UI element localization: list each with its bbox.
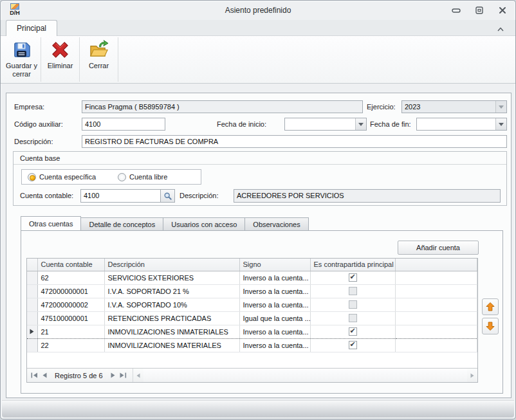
cell-filler: [395, 271, 477, 284]
move-row-up-button[interactable]: [482, 298, 499, 315]
cell-signo[interactable]: Inverso a la cuenta...: [239, 271, 310, 284]
cuenta-contable-input[interactable]: 4100: [80, 189, 161, 203]
move-row-down-button[interactable]: [482, 318, 499, 334]
cell-signo[interactable]: Inverso a la cuenta...: [239, 325, 310, 338]
cell-cuenta-contable[interactable]: 472000000002: [37, 298, 104, 311]
cuentas-grid: Cuenta contable Descripción Signo Es con…: [26, 258, 478, 383]
cell-descripcion[interactable]: I.V.A. SOPORTADO 10%: [104, 298, 239, 311]
prev-record-button[interactable]: [39, 370, 50, 381]
contrapartida-checkbox[interactable]: [349, 287, 357, 295]
ribbon-separator: [118, 37, 118, 82]
cell-descripcion[interactable]: I.V.A. SOPORTADO 21 %: [104, 284, 239, 298]
contrapartida-checkbox[interactable]: [349, 300, 357, 309]
arrow-up-icon: [485, 302, 495, 312]
cell-descripcion[interactable]: INMOVILIZACIONES MATERIALES: [104, 338, 239, 352]
guardar-y-cerrar-button[interactable]: Guardar y cerrar: [3, 36, 41, 83]
col-descripcion[interactable]: Descripción: [104, 259, 239, 271]
minimize-button[interactable]: [450, 5, 463, 15]
cell-signo[interactable]: Igual que la cuenta ...: [239, 311, 310, 325]
fecha-inicio-value: [285, 118, 355, 130]
contrapartida-checkbox[interactable]: [349, 327, 357, 336]
cell-signo[interactable]: Inverso a la cuenta...: [239, 298, 310, 311]
eliminar-button[interactable]: Eliminar: [41, 36, 79, 83]
anadir-cuenta-button[interactable]: Añadir cuenta: [398, 241, 479, 255]
cell-cuenta-contable[interactable]: 472000000001: [37, 284, 104, 298]
col-filler: [395, 259, 477, 271]
contrapartida-checkbox[interactable]: [349, 341, 357, 349]
table-row[interactable]: 475100000001 RETENCIONES PRACTICADAS Igu…: [27, 311, 477, 325]
maximize-button[interactable]: [473, 5, 486, 15]
close-icon: [499, 6, 506, 14]
tab-otras-cuentas[interactable]: Otras cuentas: [21, 216, 81, 231]
last-record-button[interactable]: [118, 370, 129, 381]
descripcion-input[interactable]: REGISTRO DE FACTURAS DE COMPRA: [82, 135, 507, 148]
grid-body: 62 SERVICIOS EXTERIORES Inverso a la cue…: [27, 271, 477, 352]
close-button[interactable]: [496, 5, 509, 15]
contrapartida-checkbox[interactable]: [349, 273, 357, 282]
table-row[interactable]: 62 SERVICIOS EXTERIORES Inverso a la cue…: [27, 271, 477, 284]
cell-es-contrapartida: [310, 338, 395, 352]
collapse-ribbon-button[interactable]: [496, 24, 506, 33]
first-record-icon: [31, 372, 38, 378]
col-es-contrapartida[interactable]: Es contrapartida principal: [310, 259, 395, 271]
fecha-fin-combo[interactable]: [416, 118, 507, 131]
cell-es-contrapartida: [310, 298, 395, 311]
cell-signo[interactable]: Inverso a la cuenta...: [239, 338, 310, 352]
radio-cuenta-especifica-label: Cuenta específica: [39, 173, 96, 181]
cell-cuenta-contable[interactable]: 22: [37, 338, 104, 352]
save-icon: [12, 40, 32, 60]
col-cuenta-contable[interactable]: Cuenta contable: [37, 259, 104, 271]
chevron-down-icon: [499, 105, 504, 109]
tab-detalle-de-conceptos[interactable]: Detalle de conceptos: [81, 217, 163, 231]
scroll-right-button[interactable]: [467, 369, 477, 382]
cell-cuenta-contable[interactable]: 21: [37, 325, 104, 338]
fecha-fin-dropdown-button[interactable]: [495, 118, 506, 130]
tab-observaciones[interactable]: Observaciones: [245, 217, 308, 231]
ribbon-tab-principal[interactable]: Principal: [6, 20, 57, 36]
table-row[interactable]: 22 INMOVILIZACIONES MATERIALES Inverso a…: [27, 338, 477, 352]
table-row[interactable]: 472000000001 I.V.A. SOPORTADO 21 % Inver…: [27, 284, 477, 298]
ejercicio-combo[interactable]: 2023: [401, 100, 507, 113]
guardar-y-cerrar-label: Guardar y cerrar: [4, 62, 40, 78]
scrollbar-track[interactable]: [143, 369, 467, 382]
horizontal-scrollbar[interactable]: [133, 369, 477, 382]
row-indicator-cell: [27, 284, 37, 298]
cell-filler: [395, 325, 477, 338]
fecha-inicio-dropdown-button[interactable]: [355, 118, 366, 130]
ejercicio-dropdown-button[interactable]: [495, 101, 506, 113]
col-signo[interactable]: Signo: [239, 259, 310, 271]
radio-cuenta-libre[interactable]: Cuenta libre: [118, 173, 167, 181]
empresa-field: Fincas Pragma ( B58959784 ): [82, 100, 363, 113]
cerrar-button[interactable]: Cerrar: [80, 36, 118, 83]
main-form: Empresa: Fincas Pragma ( B58959784 ) Eje…: [6, 93, 511, 398]
codigo-auxiliar-input[interactable]: 4100: [82, 118, 165, 131]
window-title: Asiento predefinido: [1, 6, 515, 15]
next-record-button[interactable]: [108, 370, 118, 381]
scroll-right-icon: [470, 373, 474, 378]
cell-descripcion[interactable]: INMOVILIZACIONES INMATERIALES: [104, 325, 239, 338]
table-row[interactable]: 21 INMOVILIZACIONES INMATERIALES Inverso…: [27, 325, 477, 338]
fecha-inicio-combo[interactable]: [284, 118, 367, 131]
table-row[interactable]: 472000000002 I.V.A. SOPORTADO 10% Invers…: [27, 298, 477, 311]
arrow-down-icon: [485, 321, 495, 331]
radio-cuenta-especifica[interactable]: Cuenta específica: [28, 173, 96, 181]
tab-usuarios-con-acceso[interactable]: Usuarios con acceso: [163, 217, 245, 231]
cell-filler: [395, 284, 477, 298]
cell-descripcion[interactable]: RETENCIONES PRACTICADAS: [104, 311, 239, 325]
first-record-button[interactable]: [29, 370, 39, 381]
cell-signo[interactable]: Inverso a la cuenta...: [239, 284, 310, 298]
chevron-up-icon: [496, 25, 505, 33]
scroll-left-button[interactable]: [133, 369, 143, 382]
cell-descripcion[interactable]: SERVICIOS EXTERIORES: [104, 271, 239, 284]
cuenta-base-group: Cuenta base Cuenta específica Cuenta lib…: [13, 151, 507, 206]
cell-cuenta-contable[interactable]: 62: [37, 271, 104, 284]
empresa-label: Empresa:: [14, 100, 44, 113]
grid-header-row: Cuenta contable Descripción Signo Es con…: [27, 259, 477, 271]
row-indicator-cell: [27, 298, 37, 311]
cuenta-contable-search-button[interactable]: [161, 189, 175, 203]
otras-cuentas-panel: Añadir cuenta Cuenta contable Descripció…: [21, 230, 503, 394]
cuenta-contable-label: Cuenta contable:: [20, 189, 73, 202]
cell-cuenta-contable[interactable]: 475100000001: [37, 311, 104, 325]
contrapartida-checkbox[interactable]: [349, 314, 357, 322]
cell-es-contrapartida: [310, 325, 395, 338]
